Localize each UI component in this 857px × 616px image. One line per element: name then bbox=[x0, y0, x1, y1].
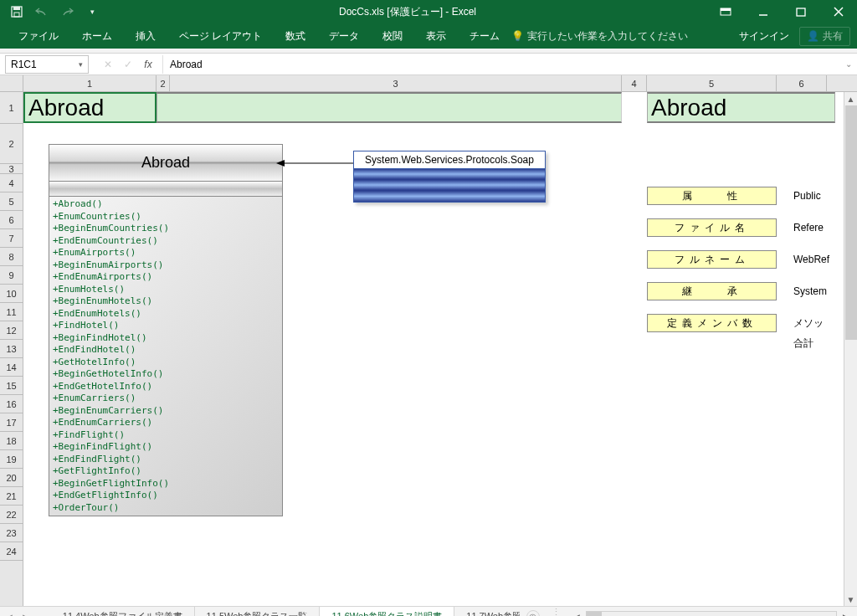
fx-icon[interactable]: fx bbox=[141, 59, 156, 70]
cell-r1c1[interactable]: Abroad bbox=[23, 92, 157, 123]
col-header[interactable]: 4 bbox=[622, 75, 647, 91]
class-method: +EnumCountries() bbox=[53, 211, 279, 223]
row-header[interactable]: 4 bbox=[0, 174, 23, 192]
name-box[interactable]: R1C1 ▾ bbox=[5, 55, 89, 74]
class-title: Abroad bbox=[49, 145, 282, 182]
svg-rect-4 bbox=[721, 8, 731, 11]
row-header[interactable]: 7 bbox=[0, 229, 23, 248]
tab-insert[interactable]: 挿入 bbox=[124, 23, 167, 49]
soap-protocol-box[interactable]: System.Web.Services.Protocols.Soap bbox=[353, 151, 546, 203]
row-header[interactable]: 13 bbox=[0, 340, 23, 358]
class-method: +FindFlight() bbox=[53, 429, 279, 442]
scroll-left-icon[interactable]: ◄ bbox=[571, 612, 584, 616]
bulb-icon: 💡 bbox=[511, 30, 524, 42]
scroll-right-icon[interactable]: ► bbox=[839, 612, 852, 616]
sheet-tab[interactable]: 11.6Web参照クラス説明書 bbox=[320, 607, 454, 616]
sheet-tab[interactable]: 11.4Web参照ファイル定義書 bbox=[51, 607, 195, 616]
select-all[interactable] bbox=[0, 75, 23, 91]
tellme-search[interactable]: 💡 実行したい作業を入力してください bbox=[511, 29, 688, 44]
row-header[interactable]: 19 bbox=[0, 450, 23, 469]
tab-view[interactable]: 表示 bbox=[414, 23, 458, 49]
share-button[interactable]: 👤 共有 bbox=[799, 27, 850, 46]
chevron-down-icon[interactable]: ▾ bbox=[79, 60, 83, 69]
row-header[interactable]: 9 bbox=[0, 266, 23, 285]
formula-input[interactable]: Abroad bbox=[162, 55, 840, 74]
row-header[interactable]: 18 bbox=[0, 432, 23, 450]
close-button[interactable] bbox=[819, 0, 857, 23]
save-button[interactable] bbox=[5, 2, 28, 22]
property-value: WebRef bbox=[793, 250, 829, 269]
row-header[interactable]: 24 bbox=[0, 542, 23, 561]
ribbon-display-icon[interactable] bbox=[706, 0, 744, 23]
row-header[interactable]: 23 bbox=[0, 524, 23, 542]
cancel-icon[interactable]: ✕ bbox=[100, 59, 115, 70]
horizontal-scrollbar[interactable]: ◄ ► bbox=[566, 607, 857, 616]
cell-r1c5[interactable]: Abroad bbox=[647, 92, 835, 123]
col-header[interactable]: 6 bbox=[777, 75, 827, 91]
row-header[interactable]: 12 bbox=[0, 321, 23, 340]
title-bar: ▾ DocCs.xls [保護ビュー] - Excel bbox=[0, 0, 857, 23]
col-header[interactable]: 2 bbox=[157, 75, 170, 91]
row-header[interactable]: 3 bbox=[0, 164, 23, 174]
person-icon: 👤 bbox=[807, 30, 819, 42]
qat-customize[interactable]: ▾ bbox=[80, 2, 104, 22]
row-headers: 123456789101112131415161718192021222324 bbox=[0, 92, 23, 606]
sheet-nav-more[interactable]: … bbox=[37, 612, 46, 617]
scroll-down-icon[interactable]: ▼ bbox=[844, 593, 857, 606]
row-header[interactable]: 5 bbox=[0, 192, 23, 211]
redo-button[interactable] bbox=[55, 2, 79, 22]
class-method: +OrderTour() bbox=[53, 502, 279, 515]
expand-formula-icon[interactable]: ⌄ bbox=[840, 59, 857, 69]
tab-file[interactable]: ファイル bbox=[7, 23, 70, 49]
sheet-tab[interactable]: 11.5Web参照クラス一覧 bbox=[195, 607, 321, 616]
maximize-button[interactable] bbox=[782, 0, 819, 23]
sheet-nav-next[interactable]: ► bbox=[21, 612, 30, 617]
sheet-tabs-row: ◄ ► … 11.4Web参照ファイル定義書11.5Web参照クラス一覧11.6… bbox=[0, 606, 857, 616]
sheet-tab[interactable]: 11.7Web参照クラス定義… bbox=[454, 607, 520, 616]
signin-link[interactable]: サインイン bbox=[729, 29, 799, 44]
minimize-button[interactable] bbox=[744, 0, 782, 23]
class-method: +GetFlightInfo() bbox=[53, 465, 279, 478]
row-header[interactable]: 17 bbox=[0, 413, 23, 432]
tab-review[interactable]: 校閲 bbox=[371, 23, 414, 49]
scroll-thumb[interactable] bbox=[845, 105, 857, 340]
row-header[interactable]: 15 bbox=[0, 377, 23, 395]
class-method: +EnumHotels() bbox=[53, 284, 279, 296]
ribbon-tabs: ファイル ホーム 挿入 ページ レイアウト 数式 データ 校閲 表示 チーム 💡… bbox=[0, 23, 857, 49]
class-method: +EnumAirports() bbox=[53, 247, 279, 259]
row-header[interactable]: 1 bbox=[0, 92, 23, 124]
class-method: +EndFindHotel() bbox=[53, 344, 279, 357]
row-header[interactable]: 6 bbox=[0, 211, 23, 229]
col-header[interactable]: 5 bbox=[647, 75, 777, 91]
row-header[interactable]: 22 bbox=[0, 506, 23, 524]
svg-marker-10 bbox=[276, 160, 285, 167]
col-header[interactable]: 3 bbox=[170, 75, 622, 91]
cell-r1c3[interactable] bbox=[157, 92, 622, 123]
inheritance-arrow bbox=[283, 162, 353, 164]
hscroll-thumb[interactable] bbox=[587, 612, 602, 617]
col-header[interactable]: 1 bbox=[23, 75, 157, 91]
row-header[interactable]: 10 bbox=[0, 285, 23, 303]
add-sheet-button[interactable]: ⊕ bbox=[526, 610, 540, 616]
tab-pagelayout[interactable]: ページ レイアウト bbox=[167, 23, 274, 49]
row-header[interactable]: 16 bbox=[0, 395, 23, 413]
cells[interactable]: Abroad Abroad Abroad +Abroad()+EnumCount… bbox=[23, 92, 857, 606]
class-diagram[interactable]: Abroad +Abroad()+EnumCountries()+BeginEn… bbox=[49, 144, 283, 516]
row-header[interactable]: 2 bbox=[0, 124, 23, 164]
row-header[interactable]: 11 bbox=[0, 303, 23, 321]
tab-home[interactable]: ホーム bbox=[70, 23, 124, 49]
sheet-nav-prev[interactable]: ◄ bbox=[5, 612, 14, 617]
tab-data[interactable]: データ bbox=[317, 23, 371, 49]
row-header[interactable]: 21 bbox=[0, 487, 23, 506]
tab-formulas[interactable]: 数式 bbox=[274, 23, 317, 49]
class-methods: +Abroad()+EnumCountries()+BeginEnumCount… bbox=[49, 197, 282, 516]
row-header[interactable]: 14 bbox=[0, 358, 23, 377]
row-header[interactable]: 20 bbox=[0, 469, 23, 487]
undo-button[interactable] bbox=[30, 2, 54, 22]
vertical-scrollbar[interactable]: ▲ ▼ bbox=[844, 92, 857, 606]
enter-icon[interactable]: ✓ bbox=[121, 59, 136, 70]
scroll-up-icon[interactable]: ▲ bbox=[844, 92, 857, 105]
quick-access-toolbar: ▾ bbox=[0, 2, 109, 22]
row-header[interactable]: 8 bbox=[0, 248, 23, 266]
tab-team[interactable]: チーム bbox=[458, 23, 511, 49]
